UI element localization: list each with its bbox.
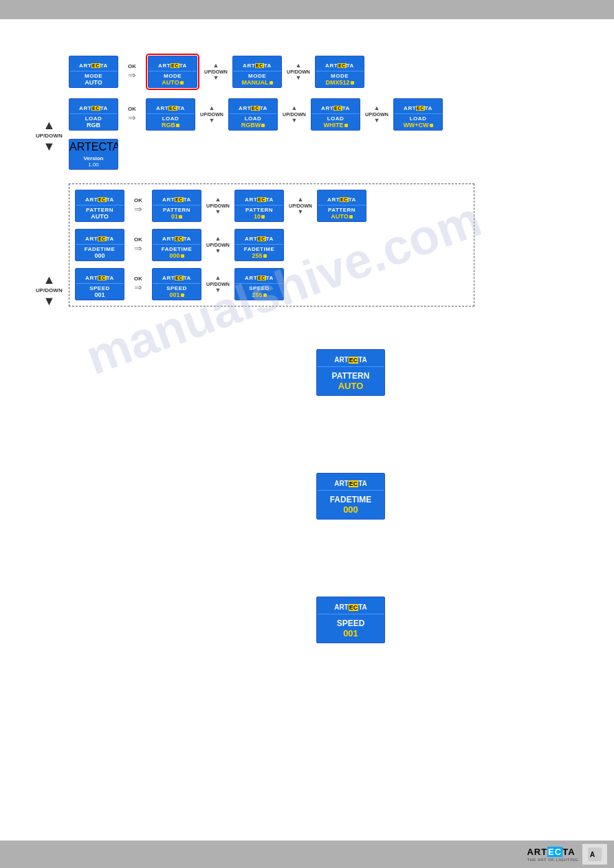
down-arrow: ▼ [292, 117, 298, 124]
brand-logo: ARTECTA [321, 105, 350, 111]
updown-mid-label: UP/DOWN [206, 282, 230, 287]
ok-label: OK [134, 236, 142, 243]
standalone-fadetime-label: FADETIME [317, 495, 384, 504]
updown-arrow-p2: ▲ UP/DOWN ▼ [287, 196, 314, 216]
card-header: ARTECTA [318, 190, 366, 205]
standalone-pattern-value: AUTO [317, 381, 384, 391]
down-arrow: ▼ [215, 208, 221, 216]
card-body: MODE MANUAL [233, 71, 281, 87]
up-arrow: ▲ [209, 104, 215, 112]
card-value: 001 [153, 291, 201, 298]
card-value: RGBW [229, 122, 277, 129]
card-label: LOAD [146, 115, 195, 122]
fadetime-255-card: ARTECTA FADETIME 255 [234, 229, 284, 261]
right-arrow-icon: ⇒ [134, 203, 142, 214]
load-white-card: ARTECTA LOAD WHITE [311, 98, 360, 131]
card-body: MODE AUTO [149, 71, 197, 87]
card-value: 000 [76, 252, 124, 259]
down-arrow-dashed-icon: ▼ [43, 295, 55, 307]
card-body: LOAD RGB [146, 114, 195, 130]
standalone-fadetime-value: 000 [317, 504, 384, 515]
brand-logo: ARTECTA [85, 275, 114, 281]
standalone-speed-label: SPEED [317, 619, 384, 628]
card-label: SPEED [76, 285, 124, 291]
card-label: PATTERN [235, 207, 283, 213]
card-body: LOAD RGBW [229, 114, 277, 130]
mode-nav-row: ARTECTA MODE AUTO OK ⇒ ARTECTA MODE AUT [69, 54, 573, 90]
pattern-01-card: ARTECTA PATTERN 01 [152, 190, 201, 222]
card-header: ARTECTA [317, 350, 384, 366]
right-arrow-icon: ⇒ [134, 282, 142, 293]
brand-logo: ARTECTA [245, 275, 274, 281]
card-value: AUTO [69, 79, 118, 86]
up-arrow-dashed-icon: ▲ [43, 274, 55, 286]
card-value: 001 [76, 291, 124, 298]
card-label: MODE [233, 73, 281, 79]
card-header: ARTECTA [153, 269, 201, 283]
brand-logo: ARTECTA [85, 236, 114, 242]
updown-label: UP/DOWN [36, 133, 63, 139]
brand-logo: ARTECTA [245, 197, 274, 203]
card-label: Version [69, 155, 118, 162]
card-value: MANUAL [233, 79, 281, 86]
card-body: MODE AUTO [69, 71, 118, 87]
ok-label: OK [128, 63, 136, 69]
card-value: 1.00 [69, 162, 118, 168]
card-header: ARTECTA [69, 56, 118, 71]
speed-start-card: ARTECTA SPEED 001 [75, 268, 124, 300]
main-content: manualshive.com ▲ UP/DOWN ▼ ARTECTA MODE… [0, 19, 614, 348]
fadetime-000-2-card: ARTECTA FADETIME 000 [152, 229, 201, 261]
updown-mid-label: UP/DOWN [289, 203, 312, 208]
standalone-pattern-label: PATTERN [317, 371, 384, 381]
card-value: 10 [235, 213, 283, 220]
card-label: PATTERN [318, 207, 366, 213]
updown-arrow-f1: ▲ UP/DOWN ▼ [205, 235, 231, 255]
card-body: PATTERN 01 [153, 205, 201, 221]
ok-arrow-5: OK ⇒ [128, 276, 149, 293]
card-label: FADETIME [153, 246, 201, 252]
svg-text:A: A [590, 851, 595, 858]
standalone-speed-card: ARTECTA SPEED 001 [316, 597, 385, 643]
standalone-fadetime-card: ARTECTA FADETIME 000 [316, 473, 385, 520]
updown-arrow-2: ▲ UP/DOWN ▼ [285, 62, 311, 82]
card-value: AUTO [149, 79, 197, 86]
artecta-icon: A [586, 846, 603, 863]
card-header: ARTECTA [69, 99, 118, 113]
version-card: ARTECTA Version 1.00 [69, 139, 118, 170]
card-label: FADETIME [235, 246, 283, 252]
down-arrow: ▼ [215, 287, 221, 294]
pattern-10-card: ARTECTA PATTERN 10 [234, 190, 284, 222]
card-value: WW+CW [394, 122, 442, 129]
brand-logo: ARTECTA [79, 63, 108, 69]
brand-logo: ARTECTA [158, 63, 187, 69]
artecta-logo-bottom: ARTECTA THE ART OF LIGHTING A [527, 844, 607, 865]
card-label: SPEED [153, 285, 201, 291]
card-body: FADETIME 000 [76, 245, 124, 260]
card-label: FADETIME [76, 246, 124, 252]
card-header: ARTECTA [153, 230, 201, 244]
card-header: ARTECTA [233, 56, 281, 71]
card-label: SPEED [235, 285, 283, 291]
logo-text: ARTECTA [527, 847, 578, 857]
brand-logo: ARTECTA [85, 197, 114, 203]
card-value: WHITE [311, 122, 360, 129]
card-body: SPEED 001 [153, 284, 201, 300]
card-body: PATTERN AUTO [317, 367, 384, 395]
up-arrow: ▲ [292, 104, 298, 112]
updown-mid-label: UP/DOWN [206, 243, 230, 247]
fadetime-start-card: ARTECTA FADETIME 000 [75, 229, 124, 261]
up-arrow: ▲ [215, 235, 221, 243]
updown-arrow-3: ▲ UP/DOWN ▼ [199, 104, 225, 124]
card-body: FADETIME 000 [317, 491, 384, 519]
up-arrow-icon: ▲ [43, 119, 55, 131]
load-nav-row: ARTECTA LOAD RGB OK ⇒ ARTECTA LOAD RGB ▲ [69, 98, 573, 131]
pattern-nav-row: ARTECTA PATTERN AUTO OK ⇒ ARTECTA PATTER… [75, 190, 468, 222]
mode-dmx512-card: ARTECTA MODE DMX512 [315, 56, 364, 88]
updown-arrow-p1: ▲ UP/DOWN ▼ [205, 196, 231, 216]
card-value: RGB [69, 122, 118, 129]
card-header: ARTECTA [316, 56, 364, 71]
standalone-speed-wrapper: ARTECTA SPEED 001 [316, 597, 385, 643]
mode-auto-highlighted-wrapper: ARTECTA MODE AUTO [146, 54, 199, 90]
card-body: PATTERN 10 [235, 205, 283, 221]
ok-arrow-3: OK ⇒ [128, 197, 149, 214]
